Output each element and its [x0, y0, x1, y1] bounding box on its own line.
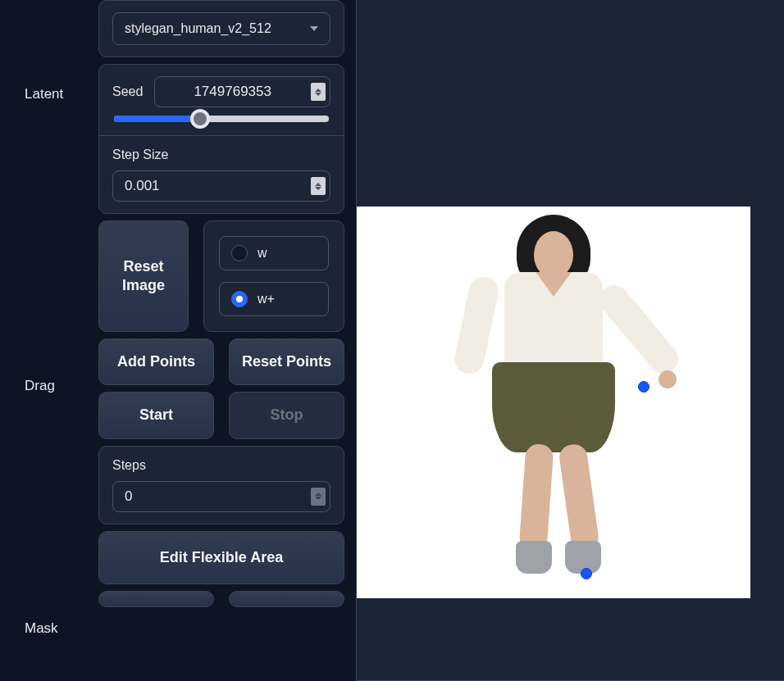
seed-stepper[interactable] [311, 83, 326, 101]
drag-point[interactable] [581, 568, 592, 579]
chevron-down-icon [310, 26, 318, 31]
model-select-value: stylegan_human_v2_512 [125, 21, 271, 36]
radio-w-circle [231, 245, 248, 261]
radio-w[interactable]: w [219, 236, 329, 270]
drag-point[interactable] [638, 381, 650, 393]
mask-panel: Edit Flexible Area [98, 531, 344, 584]
generated-image[interactable] [357, 207, 750, 598]
section-label-mask: Mask [25, 620, 98, 637]
seed-slider[interactable] [114, 116, 329, 122]
extra-button-1[interactable] [98, 591, 214, 607]
stop-button[interactable]: Stop [229, 392, 344, 438]
steps-input[interactable] [112, 481, 330, 512]
radio-w-label: w [258, 246, 267, 261]
start-button[interactable]: Start [98, 392, 214, 438]
seed-input[interactable] [154, 76, 330, 107]
figure-illustration [455, 207, 652, 583]
latent-panel: Seed Step Size [98, 64, 344, 214]
step-size-label: Step Size [112, 148, 330, 162]
add-points-button[interactable]: Add Points [98, 338, 214, 385]
image-canvas[interactable] [356, 0, 784, 681]
steps-label: Steps [112, 458, 330, 473]
edit-flexible-area-button[interactable]: Edit Flexible Area [99, 532, 344, 583]
model-select[interactable]: stylegan_human_v2_512 [112, 12, 330, 45]
extra-button-2[interactable] [229, 591, 344, 607]
step-size-input[interactable] [112, 170, 330, 202]
section-label-drag: Drag [25, 378, 98, 394]
reset-points-button[interactable]: Reset Points [229, 338, 344, 385]
seed-slider-thumb[interactable] [190, 109, 210, 129]
radio-w-plus-label: w+ [258, 292, 275, 306]
step-size-stepper[interactable] [311, 177, 326, 195]
steps-panel: Steps [98, 446, 344, 524]
radio-w-plus-circle [231, 291, 248, 307]
latent-space-panel: w w+ [203, 220, 344, 332]
radio-w-plus[interactable]: w+ [219, 282, 329, 316]
reset-image-button[interactable]: Reset Image [98, 220, 189, 332]
seed-label: Seed [112, 84, 143, 99]
model-panel: stylegan_human_v2_512 [98, 0, 344, 57]
steps-stepper[interactable] [311, 488, 326, 506]
section-label-latent: Latent [25, 86, 98, 102]
